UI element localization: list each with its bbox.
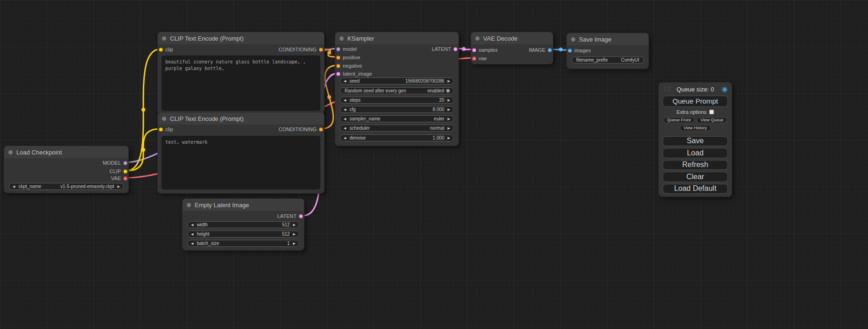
latent-image-input-port[interactable] [336, 72, 340, 76]
decrement-arrow-icon[interactable]: ◀ [191, 242, 193, 245]
sampler-name-widget[interactable]: ◀ sampler_name euler ▶ [340, 115, 454, 122]
decrement-arrow-icon[interactable]: ◀ [191, 223, 193, 226]
load-button[interactable]: Load [663, 148, 728, 158]
increment-arrow-icon[interactable]: ▶ [448, 126, 450, 130]
save-button[interactable]: Save [663, 136, 728, 146]
widget-value: v1-5-pruned-emaonly.ckpt [60, 184, 114, 189]
node-status-dot[interactable] [162, 117, 166, 121]
link-midpoint-dot[interactable] [327, 51, 331, 55]
vae-output-port[interactable] [123, 176, 127, 181]
decrement-arrow-icon[interactable]: ◀ [344, 98, 346, 102]
decrement-arrow-icon[interactable]: ◀ [191, 232, 193, 236]
node-titlebar[interactable]: Empty Latent Image [183, 199, 304, 211]
drag-handle-icon[interactable]: ⋮⋮ [663, 86, 670, 92]
extra-options-checkbox[interactable] [709, 110, 714, 114]
increment-arrow-icon[interactable]: ▶ [293, 242, 296, 245]
clip-output-port[interactable] [123, 169, 127, 174]
clear-button[interactable]: Clear [663, 172, 728, 182]
increment-arrow-icon[interactable]: ▶ [118, 185, 120, 188]
view-history-button[interactable]: View History [680, 125, 711, 131]
clip-input-port[interactable] [159, 127, 163, 132]
increment-arrow-icon[interactable]: ▶ [448, 79, 450, 83]
increment-arrow-icon[interactable]: ▶ [293, 223, 296, 226]
scheduler-widget[interactable]: ◀ scheduler normal ▶ [340, 125, 454, 132]
node-clip-text-encode-negative[interactable]: CLIP Text Encode (Prompt) clip CONDITION… [157, 112, 325, 194]
node-vae-decode[interactable]: VAE Decode samples IMAGE vae [471, 32, 553, 64]
batch-size-widget[interactable]: ◀ batch_size 1 ▶ [187, 240, 299, 247]
queue-menu-panel[interactable]: ⋮⋮ Queue size: 0 Queue Prompt Extra opti… [658, 82, 732, 197]
latent-output-port[interactable] [453, 47, 458, 51]
node-titlebar[interactable]: CLIP Text Encode (Prompt) [158, 112, 324, 125]
decrement-arrow-icon[interactable]: ◀ [13, 185, 15, 188]
conditioning-output-port[interactable] [319, 127, 323, 132]
toggle-dot[interactable] [446, 89, 450, 93]
model-output-port[interactable] [123, 161, 127, 165]
link-midpoint-dot[interactable] [141, 108, 145, 112]
decrement-arrow-icon[interactable]: ◀ [344, 117, 346, 120]
node-titlebar[interactable]: Save Image [567, 33, 649, 45]
node-status-dot[interactable] [187, 203, 191, 207]
node-save-image[interactable]: Save Image images filename_prefix ComfyU… [566, 33, 649, 69]
node-status-dot[interactable] [571, 37, 575, 42]
widget-value: 512 [282, 231, 290, 237]
decrement-arrow-icon[interactable]: ◀ [344, 79, 346, 83]
node-empty-latent-image[interactable]: Empty Latent Image LATENT ◀ width 512 ▶ … [182, 198, 304, 251]
node-titlebar[interactable]: VAE Decode [471, 32, 553, 44]
widget-name: denoise [349, 135, 366, 140]
node-titlebar[interactable]: CLIP Text Encode (Prompt) [158, 32, 324, 44]
node-status-dot[interactable] [8, 150, 13, 154]
queue-front-button[interactable]: Queue Front [663, 117, 695, 123]
node-clip-text-encode-positive[interactable]: CLIP Text Encode (Prompt) clip CONDITION… [157, 32, 325, 115]
node-ksampler[interactable]: KSampler model LATENT positive negative … [335, 32, 459, 146]
decrement-arrow-icon[interactable]: ◀ [344, 126, 346, 130]
conditioning-output-port[interactable] [319, 48, 323, 52]
positive-input-port[interactable] [336, 56, 340, 60]
increment-arrow-icon[interactable]: ▶ [448, 136, 450, 140]
increment-arrow-icon[interactable]: ▶ [448, 98, 450, 102]
random-seed-toggle-widget[interactable]: Random seed after every gen enabled [340, 87, 454, 94]
increment-arrow-icon[interactable]: ▶ [293, 232, 296, 236]
decrement-arrow-icon[interactable]: ◀ [344, 108, 346, 111]
link-midpoint-dot[interactable] [141, 148, 145, 152]
widget-value: enabled [427, 88, 444, 93]
steps-widget[interactable]: ◀ steps 20 ▶ [340, 97, 454, 104]
decrement-arrow-icon[interactable]: ◀ [344, 136, 346, 140]
increment-arrow-icon[interactable]: ▶ [448, 108, 450, 111]
queue-prompt-button[interactable]: Queue Prompt [663, 96, 728, 107]
node-status-dot[interactable] [162, 36, 166, 41]
samples-input-port[interactable] [472, 48, 476, 52]
view-queue-button[interactable]: View Queue [697, 117, 727, 123]
increment-arrow-icon[interactable]: ▶ [448, 117, 450, 120]
latent-output-port[interactable] [299, 214, 303, 218]
node-titlebar[interactable]: KSampler [335, 32, 459, 44]
filename-prefix-widget[interactable]: filename_prefix ComfyUI [572, 56, 644, 63]
settings-gear-icon[interactable] [720, 86, 728, 93]
node-status-dot[interactable] [339, 36, 344, 41]
input-label: model [343, 46, 357, 52]
model-input-port[interactable] [336, 47, 340, 51]
widget-name: ckpt_name [18, 184, 41, 189]
input-label: clip [165, 47, 173, 52]
images-input-port[interactable] [568, 49, 572, 53]
link-midpoint-dot[interactable] [462, 47, 466, 51]
link-midpoint-dot[interactable] [559, 48, 563, 51]
width-widget[interactable]: ◀ width 512 ▶ [187, 221, 299, 228]
positive-prompt-text[interactable]: beautiful scenery nature glass bottle la… [162, 56, 320, 111]
ckpt-name-widget[interactable]: ◀ ckpt_name v1-5-pruned-emaonly.ckpt ▶ [9, 183, 124, 190]
vae-input-port[interactable] [472, 56, 476, 61]
negative-prompt-text[interactable]: text, watermark [162, 136, 320, 189]
node-status-dot[interactable] [475, 36, 480, 41]
image-output-port[interactable] [548, 48, 552, 52]
link-midpoint-dot[interactable] [327, 95, 331, 99]
denoise-widget[interactable]: ◀ denoise 1.000 ▶ [340, 134, 454, 141]
load-default-button[interactable]: Load Default [663, 184, 728, 194]
height-widget[interactable]: ◀ height 512 ▶ [187, 231, 299, 238]
seed-widget[interactable]: ◀ seed 156680208700286 ▶ [340, 77, 454, 84]
negative-input-port[interactable] [336, 64, 340, 68]
node-load-checkpoint[interactable]: Load Checkpoint MODEL CLIP VAE ◀ ckpt_na… [4, 146, 129, 193]
clip-input-port[interactable] [159, 48, 163, 52]
node-titlebar[interactable]: Load Checkpoint [4, 146, 128, 158]
widget-name: cfg [349, 107, 355, 112]
refresh-button[interactable]: Refresh [663, 160, 728, 170]
cfg-widget[interactable]: ◀ cfg 8.000 ▶ [340, 106, 454, 113]
